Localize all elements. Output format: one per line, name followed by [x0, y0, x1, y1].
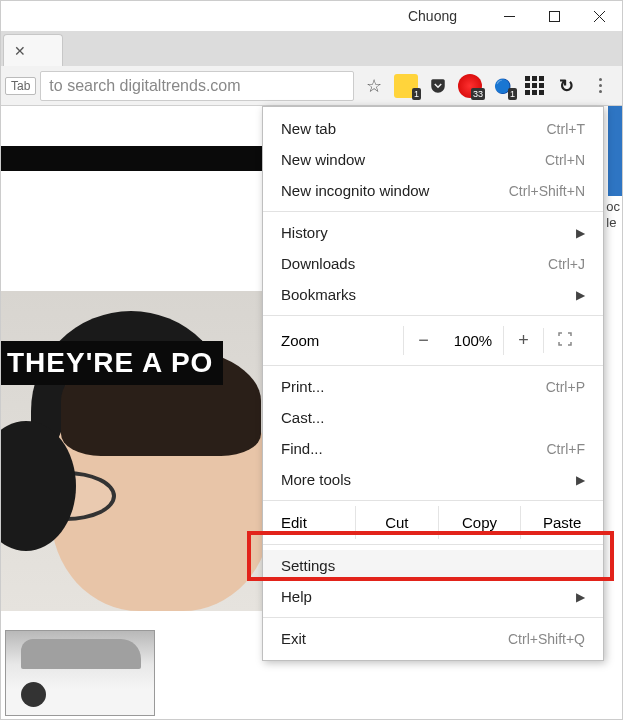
chrome-menu: New tab Ctrl+T New window Ctrl+N New inc… — [262, 106, 604, 661]
tab-strip: ✕ — [1, 31, 622, 66]
menu-bookmarks[interactable]: Bookmarks ▶ — [263, 279, 603, 310]
submenu-arrow-icon: ▶ — [576, 288, 585, 302]
side-app-strip — [608, 106, 622, 196]
minimize-button[interactable] — [487, 1, 532, 31]
browser-window: Chuong ✕ Tab to search digitaltrends.com… — [0, 0, 623, 720]
submenu-arrow-icon: ▶ — [576, 226, 585, 240]
side-text: ocle — [606, 199, 620, 230]
shortcut: Ctrl+Shift+N — [509, 183, 585, 199]
omnibox-text: to search digitaltrends.com — [49, 77, 240, 95]
shortcut: Ctrl+Shift+Q — [508, 631, 585, 647]
badge: 33 — [471, 88, 485, 100]
submenu-arrow-icon: ▶ — [576, 590, 585, 604]
menu-new-tab[interactable]: New tab Ctrl+T — [263, 113, 603, 144]
tab-key-hint: Tab — [5, 77, 36, 95]
extension-sync[interactable]: ↻ — [554, 74, 578, 98]
extension-adblock[interactable]: 33 — [458, 74, 482, 98]
edit-label: Edit — [263, 506, 355, 539]
menu-new-window[interactable]: New window Ctrl+N — [263, 144, 603, 175]
menu-find[interactable]: Find... Ctrl+F — [263, 433, 603, 464]
menu-help[interactable]: Help ▶ — [263, 581, 603, 612]
shortcut: Ctrl+T — [547, 121, 586, 137]
label: Find... — [281, 440, 323, 457]
label: Downloads — [281, 255, 355, 272]
extension-row: 1 33 🔵 1 ↻ — [394, 72, 618, 100]
label: More tools — [281, 471, 351, 488]
article-image-car — [5, 630, 155, 716]
cut-button[interactable]: Cut — [355, 506, 438, 539]
separator — [263, 500, 603, 501]
menu-settings[interactable]: Settings — [263, 550, 603, 581]
article-image-person — [1, 291, 267, 611]
separator — [263, 211, 603, 212]
copy-button[interactable]: Copy — [438, 506, 521, 539]
separator — [263, 315, 603, 316]
separator — [263, 617, 603, 618]
shortcut: Ctrl+J — [548, 256, 585, 272]
chrome-menu-button[interactable] — [586, 72, 614, 100]
label: New tab — [281, 120, 336, 137]
menu-zoom-row: Zoom − 100% + — [263, 321, 603, 360]
menu-cast[interactable]: Cast... — [263, 402, 603, 433]
label: Exit — [281, 630, 306, 647]
grid-icon — [525, 76, 544, 95]
fullscreen-button[interactable] — [543, 328, 585, 353]
label: Settings — [281, 557, 335, 574]
submenu-arrow-icon: ▶ — [576, 473, 585, 487]
article-headline: THEY'RE A PO — [1, 341, 223, 385]
site-header-strip — [1, 146, 281, 171]
zoom-value: 100% — [443, 332, 503, 349]
label: Cast... — [281, 409, 324, 426]
zoom-in-button[interactable]: + — [503, 326, 543, 355]
zoom-label: Zoom — [281, 332, 403, 349]
label: New window — [281, 151, 365, 168]
svg-rect-1 — [550, 11, 560, 21]
menu-more-tools[interactable]: More tools ▶ — [263, 464, 603, 495]
extension-pocket[interactable] — [426, 74, 450, 98]
maximize-button[interactable] — [532, 1, 577, 31]
menu-incognito[interactable]: New incognito window Ctrl+Shift+N — [263, 175, 603, 206]
titlebar: Chuong — [1, 1, 622, 31]
menu-exit[interactable]: Exit Ctrl+Shift+Q — [263, 623, 603, 654]
label: Bookmarks — [281, 286, 356, 303]
label: Help — [281, 588, 312, 605]
shortcut: Ctrl+P — [546, 379, 585, 395]
menu-downloads[interactable]: Downloads Ctrl+J — [263, 248, 603, 279]
shortcut: Ctrl+N — [545, 152, 585, 168]
tab-close-icon[interactable]: ✕ — [14, 43, 26, 59]
menu-history[interactable]: History ▶ — [263, 217, 603, 248]
zoom-out-button[interactable]: − — [403, 326, 443, 355]
menu-print[interactable]: Print... Ctrl+P — [263, 371, 603, 402]
badge: 1 — [508, 88, 517, 100]
label: History — [281, 224, 328, 241]
browser-tab[interactable]: ✕ — [3, 34, 63, 66]
separator — [263, 365, 603, 366]
paste-button[interactable]: Paste — [520, 506, 603, 539]
separator — [263, 544, 603, 545]
menu-edit-row: Edit Cut Copy Paste — [263, 506, 603, 539]
close-button[interactable] — [577, 1, 622, 31]
label: New incognito window — [281, 182, 429, 199]
extension-apps-grid[interactable] — [522, 74, 546, 98]
omnibox[interactable]: to search digitaltrends.com — [40, 71, 354, 101]
shortcut: Ctrl+F — [547, 441, 586, 457]
extension-icon-blue[interactable]: 🔵 1 — [490, 74, 514, 98]
label: Print... — [281, 378, 324, 395]
extension-google-keep[interactable]: 1 — [394, 74, 418, 98]
badge: 1 — [412, 88, 421, 100]
address-bar: Tab to search digitaltrends.com ☆ 1 33 🔵… — [1, 66, 622, 106]
profile-name[interactable]: Chuong — [408, 8, 457, 24]
bookmark-star-icon[interactable]: ☆ — [358, 75, 390, 97]
